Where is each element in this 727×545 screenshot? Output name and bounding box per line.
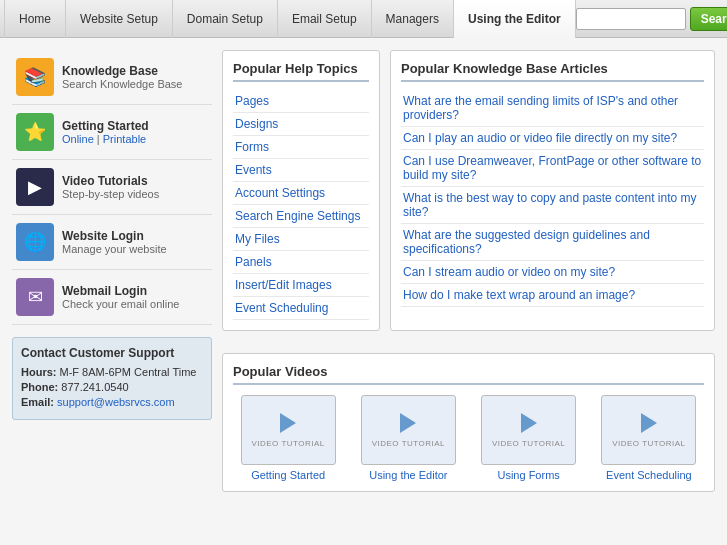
mid-right-top: Popular Help Topics PagesDesignsFormsEve… [222,50,715,331]
left-item-vt[interactable]: ▶Video TutorialsStep-by-step videos [12,160,212,215]
nav-tab-domain-setup[interactable]: Domain Setup [173,0,278,38]
kb-icon: 📚 [16,58,54,96]
left-items-list: 📚Knowledge BaseSearch Knowledge Base⭐Get… [12,50,212,325]
left-item-wm[interactable]: ✉Webmail LoginCheck your email online [12,270,212,325]
kb-article-item[interactable]: Can I use Dreamweaver, FrontPage or othe… [401,150,704,187]
kb-sub: Search Knowledge Base [62,78,182,90]
video-title-0: Getting Started [251,469,325,481]
gs-online-link[interactable]: Online [62,133,94,145]
wl-sub: Manage your website [62,243,167,255]
nav-tab-using-the-editor[interactable]: Using the Editor [454,0,576,38]
vt-sub: Step-by-step videos [62,188,159,200]
kb-text: Knowledge BaseSearch Knowledge Base [62,64,182,90]
wl-title: Website Login [62,229,167,243]
content-grid: 📚Knowledge BaseSearch Knowledge Base⭐Get… [12,50,715,492]
gs-text: Getting StartedOnline | Printable [62,119,149,145]
video-item-1[interactable]: VIDEO TUTORIALUsing the Editor [358,395,458,481]
help-topic-event-scheduling[interactable]: Event Scheduling [233,297,369,320]
video-item-2[interactable]: VIDEO TUTORIALUsing Forms [479,395,579,481]
left-column: 📚Knowledge BaseSearch Knowledge Base⭐Get… [12,50,212,492]
nav-tab-home[interactable]: Home [4,0,66,38]
wm-sub: Check your email online [62,298,179,310]
help-topic-pages[interactable]: Pages [233,90,369,113]
kb-articles-list: What are the email sending limits of ISP… [401,90,704,307]
video-label-0: VIDEO TUTORIAL [251,439,324,448]
help-topic-events[interactable]: Events [233,159,369,182]
help-topics-list: PagesDesignsFormsEventsAccount SettingsS… [233,90,369,320]
kb-article-item[interactable]: Can I stream audio or video on my site? [401,261,704,284]
search-button[interactable]: Search [690,7,727,31]
wl-icon: 🌐 [16,223,54,261]
left-item-wl[interactable]: 🌐Website LoginManage your website [12,215,212,270]
nav-tab-email-setup[interactable]: Email Setup [278,0,372,38]
popular-kb-articles-panel: Popular Knowledge Base Articles What are… [390,50,715,331]
contact-hours: Hours: M-F 8AM-6PM Central Time [21,366,203,378]
contact-phone: Phone: 877.241.0540 [21,381,203,393]
video-label-2: VIDEO TUTORIAL [492,439,565,448]
gs-icon: ⭐ [16,113,54,151]
help-topic-panels[interactable]: Panels [233,251,369,274]
play-icon [641,413,657,433]
play-icon [280,413,296,433]
popular-help-topics-title: Popular Help Topics [233,61,369,82]
nav-tabs: HomeWebsite SetupDomain SetupEmail Setup… [4,0,576,37]
videos-grid: VIDEO TUTORIALGetting StartedVIDEO TUTOR… [233,395,704,481]
main-content: 📚Knowledge BaseSearch Knowledge Base⭐Get… [0,38,727,545]
popular-help-topics-panel: Popular Help Topics PagesDesignsFormsEve… [222,50,380,331]
contact-support-box: Contact Customer Support Hours: M-F 8AM-… [12,337,212,420]
left-item-gs[interactable]: ⭐Getting StartedOnline | Printable [12,105,212,160]
vt-title: Video Tutorials [62,174,159,188]
video-thumb-3: VIDEO TUTORIAL [601,395,696,465]
video-thumb-2: VIDEO TUTORIAL [481,395,576,465]
video-label-3: VIDEO TUTORIAL [612,439,685,448]
help-topic-search-engine-settings[interactable]: Search Engine Settings [233,205,369,228]
popular-videos-title: Popular Videos [233,364,704,385]
contact-email-link[interactable]: support@websrvcs.com [57,396,175,408]
wm-icon: ✉ [16,278,54,316]
video-title-3: Event Scheduling [606,469,692,481]
help-topic-insertedit-images[interactable]: Insert/Edit Images [233,274,369,297]
contact-title: Contact Customer Support [21,346,203,360]
navbar: HomeWebsite SetupDomain SetupEmail Setup… [0,0,727,38]
kb-article-item[interactable]: What is the best way to copy and paste c… [401,187,704,224]
popular-videos-panel: Popular Videos VIDEO TUTORIALGetting Sta… [222,353,715,492]
kb-article-item[interactable]: What are the suggested design guidelines… [401,224,704,261]
video-thumb-1: VIDEO TUTORIAL [361,395,456,465]
contact-email: Email: support@websrvcs.com [21,396,203,408]
wm-text: Webmail LoginCheck your email online [62,284,179,310]
video-title-2: Using Forms [497,469,559,481]
gs-printable-link[interactable]: Printable [103,133,146,145]
video-label-1: VIDEO TUTORIAL [372,439,445,448]
help-topic-forms[interactable]: Forms [233,136,369,159]
gs-sub[interactable]: Online | Printable [62,133,149,145]
play-icon [400,413,416,433]
kb-article-item[interactable]: How do I make text wrap around an image? [401,284,704,307]
nav-search-area: Search [576,7,727,31]
mid-right-area: Popular Help Topics PagesDesignsFormsEve… [222,50,715,492]
popular-kb-articles-title: Popular Knowledge Base Articles [401,61,704,82]
search-input[interactable] [576,8,686,30]
left-item-kb[interactable]: 📚Knowledge BaseSearch Knowledge Base [12,50,212,105]
help-topic-my-files[interactable]: My Files [233,228,369,251]
help-topic-designs[interactable]: Designs [233,113,369,136]
wl-text: Website LoginManage your website [62,229,167,255]
video-thumb-0: VIDEO TUTORIAL [241,395,336,465]
kb-title: Knowledge Base [62,64,182,78]
wm-title: Webmail Login [62,284,179,298]
play-icon [521,413,537,433]
video-item-0[interactable]: VIDEO TUTORIALGetting Started [238,395,338,481]
video-item-3[interactable]: VIDEO TUTORIALEvent Scheduling [599,395,699,481]
kb-article-item[interactable]: What are the email sending limits of ISP… [401,90,704,127]
kb-article-item[interactable]: Can I play an audio or video file direct… [401,127,704,150]
vt-icon: ▶ [16,168,54,206]
nav-tab-website-setup[interactable]: Website Setup [66,0,173,38]
video-title-1: Using the Editor [369,469,447,481]
help-topic-account-settings[interactable]: Account Settings [233,182,369,205]
gs-title: Getting Started [62,119,149,133]
vt-text: Video TutorialsStep-by-step videos [62,174,159,200]
nav-tab-managers[interactable]: Managers [372,0,454,38]
